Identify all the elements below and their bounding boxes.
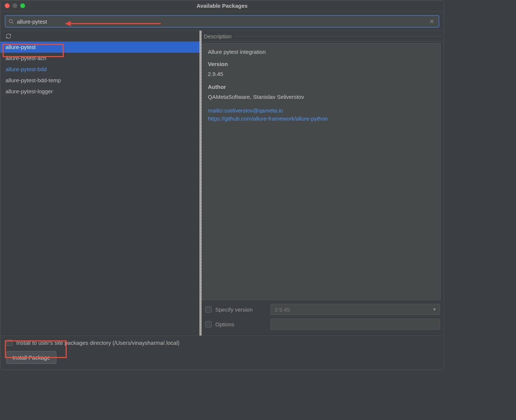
separator-line (234, 36, 442, 37)
clear-search-icon[interactable]: ✕ (428, 18, 436, 25)
description-header: Description (202, 31, 444, 42)
package-link[interactable]: https://github.com/allure-framework/allu… (208, 115, 435, 123)
specify-version-value: 2.9.45 (275, 306, 290, 313)
description-header-label: Description (204, 33, 231, 39)
refresh-icon[interactable] (6, 33, 11, 39)
package-summary: Allure pytest integration (208, 49, 435, 55)
titlebar: Available Packages (0, 0, 444, 11)
package-list[interactable]: allure-pytestallure-pytest-acnallure-pyt… (0, 42, 199, 336)
options-label: Options (215, 321, 267, 327)
install-package-button[interactable]: Install Package (6, 351, 56, 364)
description-body: Allure pytest integration Version 2.9.45… (202, 43, 441, 300)
package-item[interactable]: allure-pytest-logger (0, 86, 199, 97)
site-packages-label: Install to user's site packages director… (16, 340, 179, 346)
links-block: mailto:sseliverstov@qameta.iohttps://git… (208, 107, 435, 123)
site-packages-row: Install to user's site packages director… (6, 340, 438, 346)
search-row: ✕ (0, 11, 444, 31)
site-packages-checkbox[interactable] (6, 340, 13, 346)
options-checkbox[interactable] (205, 321, 212, 327)
author-value: QAMetaSoftware, Stanislav Seliverstov (208, 94, 435, 100)
description-pane: Description Allure pytest integration Ve… (202, 31, 444, 336)
search-input[interactable] (17, 18, 428, 25)
available-packages-window: Available Packages ✕ allure- (0, 0, 444, 370)
version-value: 2.9.45 (208, 71, 435, 77)
window-title: Available Packages (196, 3, 248, 9)
specify-version-select[interactable]: 2.9.45 ▾ (271, 304, 440, 315)
window-controls (5, 3, 25, 8)
package-list-pane: allure-pytestallure-pytest-acnallure-pyt… (0, 31, 199, 336)
minimize-window-button[interactable] (13, 3, 17, 8)
svg-point-0 (9, 19, 13, 22)
specify-version-checkbox[interactable] (205, 306, 212, 313)
options-input[interactable] (271, 319, 440, 330)
package-item[interactable]: allure-pytest-acn (0, 53, 199, 64)
package-item[interactable]: allure-pytest-bdd (0, 64, 199, 75)
package-item[interactable]: allure-pytest (0, 42, 199, 53)
footer: Install to user's site packages director… (0, 336, 444, 370)
specify-version-label: Specify version (215, 306, 267, 313)
search-icon (8, 19, 14, 24)
specify-version-row: Specify version 2.9.45 ▾ (205, 304, 440, 315)
search-box[interactable]: ✕ (5, 15, 439, 28)
install-options: Specify version 2.9.45 ▾ Options (202, 302, 444, 336)
package-link[interactable]: mailto:sseliverstov@qameta.io (208, 107, 435, 115)
chevron-down-icon: ▾ (433, 306, 436, 313)
close-window-button[interactable] (5, 3, 10, 8)
package-item[interactable]: allure-pytest-bdd-temp (0, 75, 199, 86)
refresh-row (0, 31, 199, 42)
content-row: allure-pytestallure-pytest-acnallure-pyt… (0, 31, 444, 336)
version-label: Version (208, 61, 435, 67)
options-row: Options (205, 319, 440, 330)
author-label: Author (208, 84, 435, 90)
svg-line-1 (12, 22, 13, 24)
maximize-window-button[interactable] (20, 3, 25, 8)
